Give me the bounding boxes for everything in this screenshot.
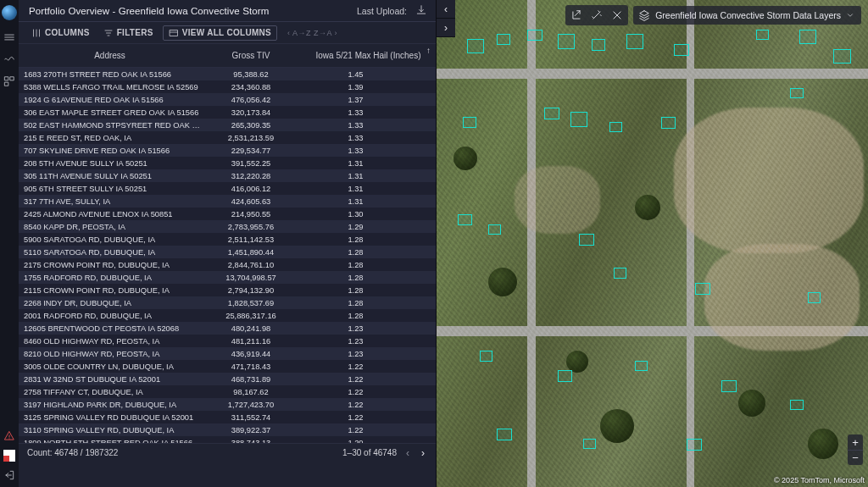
table-row[interactable]: 8460 OLD HIGHWAY RD, PEOSTA, IA481,211.1… [19, 335, 436, 347]
property-footprint[interactable] [756, 30, 769, 41]
rail-layers-icon[interactable] [3, 32, 15, 42]
sort-arrow-icon[interactable]: ↑ [426, 46, 431, 55]
cell-address: 317 7TH AVE, SULLY, IA [19, 197, 201, 206]
property-footprint[interactable] [799, 30, 816, 44]
collapse-left-icon[interactable]: ‹ [437, 0, 455, 19]
magic-wand-icon[interactable] [589, 8, 604, 23]
table-row[interactable]: 2758 TIFFANY CT, DUBUQUE, IA98,167.621.2… [19, 385, 436, 398]
table-row[interactable]: 1809 NORTH 5TH STREET RED OAK IA 5156638… [19, 436, 436, 443]
table-header-row: Address Gross TIV Iowa 5/21 Max Hail (In… [19, 44, 436, 68]
property-footprint[interactable] [626, 34, 643, 48]
table-row[interactable]: 905 6TH STREET SULLY IA 50251416,006.121… [19, 182, 436, 195]
property-footprint[interactable] [687, 439, 702, 451]
table-row[interactable]: 1683 270TH STREET RED OAK IA 5156695,388… [19, 68, 436, 80]
property-footprint[interactable] [579, 234, 594, 246]
property-footprint[interactable] [480, 351, 492, 362]
cell-max-hail: 1.33 [301, 108, 436, 117]
property-footprint[interactable] [583, 439, 596, 450]
table-row[interactable]: 1924 G 61AVENUE RED OAK IA 51566476,056.… [19, 93, 436, 106]
cell-address: 208 5TH AVENUE SULLY IA 50251 [19, 159, 201, 168]
table-row[interactable]: 2831 W 32ND ST DUBUQUE IA 52001468,731.8… [19, 373, 436, 385]
th-address[interactable]: Address [19, 51, 201, 60]
property-footprint[interactable] [614, 268, 626, 279]
table-row[interactable]: 3110 SPRING VALLEY RD, DUBUQUE, IA389,92… [19, 423, 436, 436]
columns-button[interactable]: COLUMNS [27, 26, 94, 40]
expand-right-icon[interactable]: › [437, 19, 455, 37]
property-footprint[interactable] [558, 370, 573, 382]
property-footprint[interactable] [558, 34, 575, 48]
table-row[interactable]: 317 7TH AVE, SULLY, IA424,605.631.31 [19, 195, 436, 208]
table-row[interactable]: 306 EAST MAPLE STREET GRED OAK IA 515663… [19, 106, 436, 119]
table-row[interactable]: 2268 INDY DR, DUBUQUE, IA1,828,537.691.2… [19, 296, 436, 309]
property-footprint[interactable] [488, 224, 501, 235]
filters-button[interactable]: FILTERS [99, 26, 158, 40]
zoom-out-button[interactable]: − [848, 450, 863, 465]
property-footprint[interactable] [544, 108, 559, 119]
zoom-in-button[interactable]: + [848, 434, 863, 450]
table-row[interactable]: 5388 WELLS FARGO TRAIL MELROSE IA 525692… [19, 80, 436, 93]
property-footprint[interactable] [592, 39, 604, 51]
cell-gross-tiv: 234,360.88 [201, 83, 301, 91]
cell-address: 1924 G 61AVENUE RED OAK IA 51566 [19, 96, 201, 104]
cell-gross-tiv: 95,388.62 [201, 70, 301, 79]
data-layers-button[interactable]: Greenfield Iowa Convective Storm Data La… [633, 6, 861, 25]
table-row[interactable]: 8210 OLD HIGHWAY RD, PEOSTA, IA436,919.4… [19, 347, 436, 360]
cell-max-hail: 1.23 [301, 324, 436, 333]
view-all-columns-button[interactable]: VIEW ALL COLUMNS [163, 25, 277, 41]
page-next-icon[interactable]: › [419, 447, 427, 459]
rail-exit-icon[interactable] [3, 470, 15, 480]
cell-gross-tiv: 468,731.89 [201, 375, 301, 384]
property-footprint[interactable] [790, 88, 803, 99]
app-logo[interactable] [2, 5, 17, 20]
rail-alert-icon[interactable] [3, 431, 15, 441]
property-footprint[interactable] [695, 283, 710, 295]
table-row[interactable]: 3005 OLDE COUNTRY LN, DUBUQUE, IA471,718… [19, 360, 436, 373]
property-footprint[interactable] [790, 400, 803, 411]
table-row[interactable]: 12605 BRENTWOOD CT PEOSTA IA 52068480,24… [19, 322, 436, 335]
rail-color-chip[interactable] [3, 450, 15, 462]
rail-widgets-icon[interactable] [3, 76, 15, 86]
export-icon[interactable] [569, 8, 584, 23]
download-icon[interactable] [415, 4, 427, 18]
table-row[interactable]: 707 SKYLINE DRIVE RED OAK IA 51566229,53… [19, 144, 436, 157]
cell-address: 1683 270TH STREET RED OAK IA 51566 [19, 70, 201, 79]
table-row[interactable]: 2175 CROWN POINT RD, DUBUQUE, IA2,844,76… [19, 258, 436, 271]
table-row[interactable]: 8540 KAPP DR, PEOSTA, IA2,783,955.761.29 [19, 220, 436, 233]
cell-address: 707 SKYLINE DRIVE RED OAK IA 51566 [19, 147, 201, 155]
cell-max-hail: 1.31 [301, 197, 436, 206]
table-row[interactable]: 502 EAST HAMMOND STPSYREET RED OAK IA 51… [19, 119, 436, 131]
property-footprint[interactable] [635, 361, 648, 372]
property-footprint[interactable] [527, 30, 542, 42]
property-footprint[interactable] [570, 112, 587, 126]
table-row[interactable]: 2115 CROWN POINT RD, DUBUQUE, IA2,794,13… [19, 284, 436, 296]
property-footprint[interactable] [609, 122, 622, 133]
table-row[interactable]: 1755 RADFORD RD, DUBUQUE, IA13,704,998.5… [19, 271, 436, 284]
map-panel[interactable]: ‹ › Greenfield Iowa Convective Storm Dat… [437, 0, 868, 487]
table-row[interactable]: 2001 RADFORD RD, DUBUQUE, IA25,886,317.1… [19, 309, 436, 322]
table-row[interactable]: 208 5TH AVENUE SULLY IA 50251391,552.251… [19, 157, 436, 169]
rail-wave-icon[interactable] [3, 54, 15, 64]
property-footprint[interactable] [497, 34, 509, 45]
property-footprint[interactable] [833, 49, 850, 64]
cell-max-hail: 1.31 [301, 185, 436, 193]
property-footprint[interactable] [661, 117, 676, 129]
th-gross-tiv[interactable]: Gross TIV [201, 51, 301, 60]
table-row[interactable]: 215 E REED ST, RED OAK, IA2,531,213.591.… [19, 131, 436, 144]
property-footprint[interactable] [721, 380, 737, 392]
property-footprint[interactable] [674, 44, 689, 56]
table-row[interactable]: 5110 SARATOGA RD, DUBUQUE, IA1,451,890.4… [19, 246, 436, 258]
table-row[interactable]: 305 11TH AVENUE SULLY IA 50251312,220.28… [19, 169, 436, 182]
property-footprint[interactable] [497, 429, 512, 440]
th-max-hail[interactable]: Iowa 5/21 Max Hail (Inches) [301, 51, 436, 60]
crossed-tools-icon[interactable] [609, 8, 625, 23]
table-row[interactable]: 3197 HIGHLAND PARK DR, DUBUQUE, IA1,727,… [19, 398, 436, 411]
table-row[interactable]: 5900 SARATOGA RD, DUBUQUE, IA2,511,142.5… [19, 233, 436, 246]
table-row[interactable]: 3125 SPRING VALLEY RD DUBUQUE IA 5200131… [19, 411, 436, 423]
chevron-down-icon [846, 11, 854, 19]
property-footprint[interactable] [467, 39, 484, 53]
table-row[interactable]: 2425 ALMOND AVENUE LENOX IA 50851214,950… [19, 208, 436, 220]
property-footprint[interactable] [463, 117, 476, 128]
property-footprint[interactable] [458, 214, 471, 225]
page-prev-icon[interactable]: ‹ [403, 447, 412, 459]
property-footprint[interactable] [808, 292, 821, 303]
